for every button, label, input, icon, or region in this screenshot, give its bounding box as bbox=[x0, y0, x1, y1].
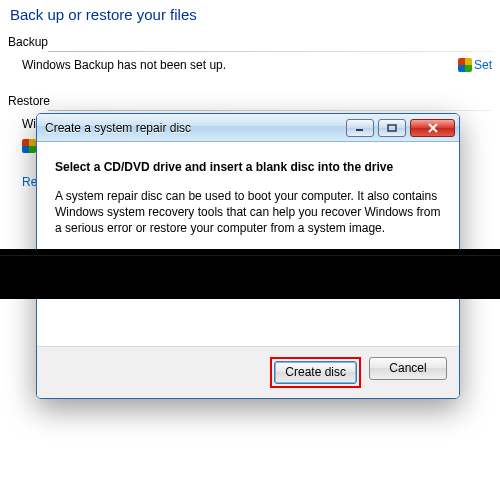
restore-heading: Restore bbox=[8, 94, 492, 108]
divider bbox=[48, 110, 492, 111]
dialog-title: Create a system repair disc bbox=[45, 121, 346, 135]
maximize-button[interactable] bbox=[378, 119, 406, 137]
minimize-button[interactable] bbox=[346, 119, 374, 137]
dialog-titlebar[interactable]: Create a system repair disc bbox=[37, 114, 459, 142]
shield-icon bbox=[22, 139, 36, 153]
dialog-explanation: A system repair disc can be used to boot… bbox=[55, 188, 441, 237]
backup-status-text: Windows Backup has not been set up. bbox=[8, 58, 226, 72]
footer-bar bbox=[0, 249, 500, 299]
page-title: Back up or restore your files bbox=[10, 6, 492, 23]
divider bbox=[48, 51, 492, 52]
dialog-instruction: Select a CD/DVD drive and insert a blank… bbox=[55, 160, 441, 174]
shield-icon bbox=[458, 58, 472, 72]
svg-rect-1 bbox=[388, 125, 396, 131]
setup-backup-link[interactable]: Set bbox=[474, 58, 492, 72]
backup-section: Backup Windows Backup has not been set u… bbox=[8, 35, 492, 72]
backup-heading: Backup bbox=[8, 35, 492, 49]
close-button[interactable] bbox=[410, 119, 455, 137]
